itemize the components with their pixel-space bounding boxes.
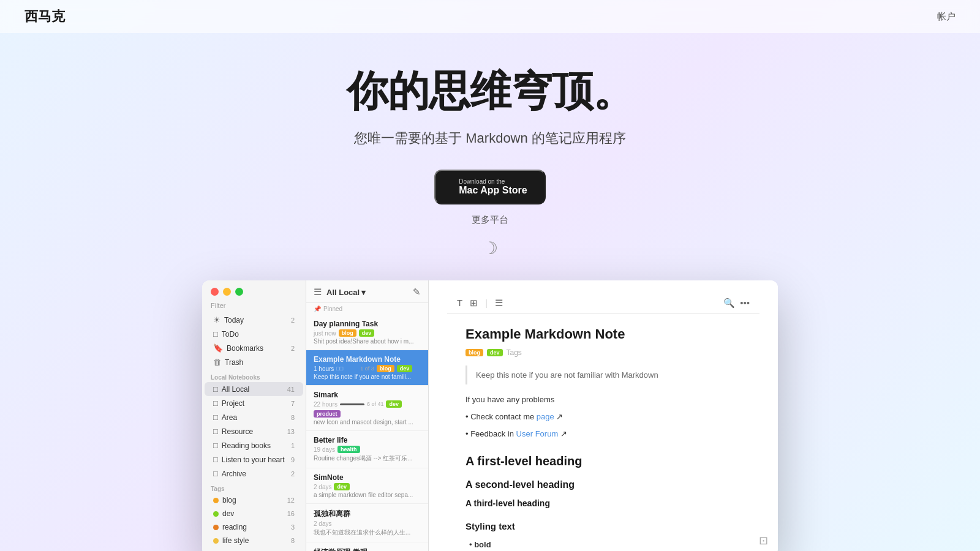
sidebar-item-tag-health[interactable]: health 1 [205,547,303,551]
sidebar-item-reading-books[interactable]: □ Reading books 1 [205,438,303,452]
image-icon[interactable]: ⊞ [470,298,478,309]
sidebar-item-all-local[interactable]: □ All Local 41 [205,382,303,396]
all-local-selector[interactable]: All Local ▾ [326,288,366,297]
user-forum-link[interactable]: User Forum [516,429,559,438]
editor-toolbar-right: 🔍 ••• [723,298,750,309]
doc-callout: Keep this note if you are not familiar w… [466,365,741,384]
divider-icon: | [485,298,488,309]
note-item-day-planning[interactable]: Day planning Task just now blog dev Shit… [306,315,428,350]
todo-icon: □ [213,329,218,339]
note-item-better-life[interactable]: Better life 19 days health Routine chang… [306,431,428,468]
doc-tag-blog: blog [466,349,483,356]
panel-toggle-icon[interactable]: ⊡ [759,534,768,547]
doc-body-intro: If you have any problems [466,393,741,407]
sidebar: Filter ☀ Today 2 □ ToDo 🔖 Bookmarks 2 🗑 [202,280,306,551]
sidebar-item-todo[interactable]: □ ToDo [205,327,303,341]
sidebar-item-tag-reading[interactable]: reading 3 [205,520,303,534]
note-item-simark[interactable]: Simark 22 hours 6 of 41 dev product new … [306,386,428,431]
dev-tag-dot [213,511,219,517]
blog-tag-dot [213,498,219,503]
note-item-example-markdown[interactable]: Example Markdown Note 1 hours □□ 1 of 3 … [306,350,428,386]
bookmarks-badge: 2 [291,345,295,352]
listen-label: Listen to your heart [222,455,285,464]
health-tag: health [337,446,360,453]
appstore-small-text: Download on the [459,178,505,185]
sidebar-item-area[interactable]: □ Area 8 [205,410,303,424]
note-preview: a simple markdown file editor sepa... [314,492,421,498]
chevron-down-icon: ▾ [361,288,366,297]
dev-tag: dev [359,329,375,337]
text-format-icon[interactable]: T [457,298,462,309]
appstore-main-text: Mac App Store [459,185,527,196]
brand-name: 西马克 [24,7,65,26]
app-store-button[interactable]: Download on the Mac App Store [434,170,545,204]
hero-subtitle: 您唯一需要的基于 Markdown 的笔记应用程序 [12,129,968,148]
note-item-simnote[interactable]: SimNote 2 days dev a simple markdown fil… [306,468,428,504]
sidebar-toggle-icon[interactable]: ☰ [314,287,322,298]
maximize-button[interactable] [235,288,243,296]
sidebar-item-bookmarks-label: Bookmarks [227,344,263,353]
more-icon[interactable]: ••• [740,298,750,309]
tags-section-label: Tags [202,481,306,493]
blog-tag: blog [377,365,394,372]
notebook-icon-area: □ [213,413,218,422]
reading-books-badge: 1 [291,442,295,449]
sidebar-item-resource[interactable]: □ Resource 13 [205,424,303,438]
more-platforms-link[interactable]: 更多平台 [12,214,968,226]
blog-tag-badge: 12 [287,497,295,504]
today-badge: 2 [291,317,295,324]
sidebar-item-today[interactable]: ☀ Today 2 [205,313,303,327]
dev-tag-label: dev [222,509,234,518]
note-meta: just now blog dev [314,329,421,337]
page-link[interactable]: page [537,412,554,421]
blog-tag-label: blog [222,496,236,504]
note-meta: 1 hours □□ 1 of 3 blog dev [314,365,421,372]
archive-badge: 2 [291,470,295,478]
doc-section-styling: Styling text [466,519,741,534]
sidebar-item-tag-lifestyle[interactable]: life style 8 [205,534,303,547]
notebook-icon-reading-books: □ [213,441,218,450]
project-label: Project [222,399,244,408]
sidebar-item-tag-dev[interactable]: dev 16 [205,507,303,520]
minimize-button[interactable] [223,288,231,296]
reading-tag-label: reading [222,523,247,531]
sidebar-item-trash[interactable]: 🗑 Trash [205,355,303,369]
moon-icon: ☽ [12,238,968,258]
doc-link-1: • Check contact me page ↗ [466,410,741,424]
doc-tags-label: Tags [507,348,522,357]
doc-title: Example Markdown Note [466,326,741,342]
trash-icon: 🗑 [213,358,221,367]
sidebar-item-tag-blog[interactable]: blog 12 [205,493,303,507]
bullet-bold: • bold [466,538,741,551]
note-title: Better life [314,436,421,444]
area-badge: 8 [291,414,295,421]
notebook-icon-resource: □ [213,427,218,436]
sidebar-item-bookmarks[interactable]: 🔖 Bookmarks 2 [205,341,303,355]
close-button[interactable] [211,288,219,296]
note-meta: 19 days health [314,446,421,453]
search-icon[interactable]: 🔍 [723,298,735,309]
resource-badge: 13 [287,428,295,435]
editor-content: Example Markdown Note blog dev Tags Keep… [447,314,760,551]
note-item-economics[interactable]: 经济学原理-微观 2 days reading 观点：要思考边际成本和利益自由.… [306,542,428,551]
note-title: Example Markdown Note [314,355,421,364]
list-icon[interactable]: ☰ [495,298,503,309]
compose-icon[interactable]: ✎ [413,287,421,298]
blog-tag: blog [339,329,356,337]
progress-bar [345,368,358,370]
note-item-lonely[interactable]: 孤独和离群 2 days 我也不知道我在追求什么样的人生... [306,504,428,542]
sidebar-item-todo-label: ToDo [222,330,239,339]
sidebar-item-project[interactable]: □ Project 7 [205,396,303,410]
note-preview: new Icon and mascot design, start ... [314,419,421,425]
note-preview: Routine changes喝酒 --> 红茶可乐... [314,454,421,463]
doc-h3: A third-level heading [466,497,741,511]
note-meta: 22 hours 6 of 41 dev product [314,400,421,418]
note-title: 孤独和离群 [314,509,421,519]
sidebar-item-archive[interactable]: □ Archive 2 [205,467,303,481]
dev-tag: dev [397,365,413,372]
all-local-selector-label: All Local [326,288,360,297]
note-title: Simark [314,391,421,399]
account-link[interactable]: 帐户 [937,11,956,23]
sidebar-item-listen[interactable]: □ Listen to your heart 9 [205,452,303,467]
editor-toolbar-left: T ⊞ | ☰ [457,298,503,309]
